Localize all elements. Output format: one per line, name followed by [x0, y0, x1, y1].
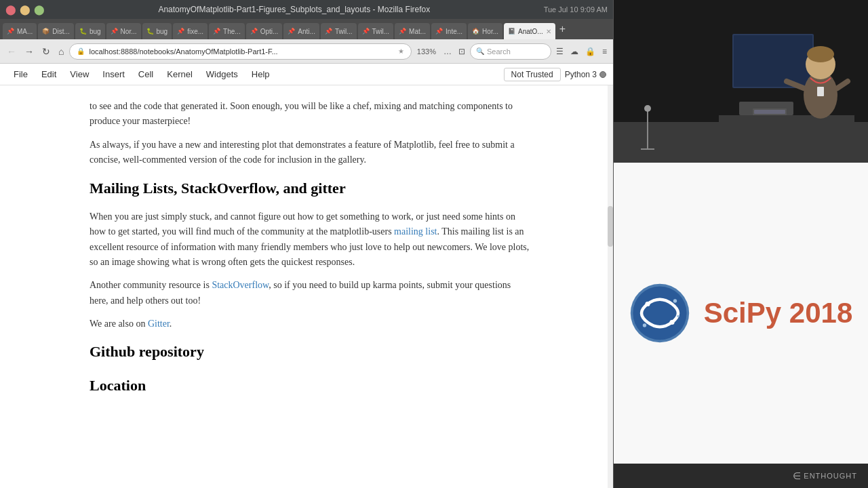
section-location-title: Location	[90, 373, 530, 397]
bookmark-button[interactable]: …	[441, 45, 454, 58]
kernel-label: Python 3	[565, 70, 597, 79]
video-area	[614, 0, 868, 163]
scrollbar[interactable]	[608, 85, 613, 488]
tab-close-icon[interactable]: ✕	[546, 28, 551, 35]
mailing-list-link[interactable]: mailing list	[394, 226, 437, 237]
svg-point-18	[645, 302, 650, 306]
speaker-figure	[719, 14, 854, 149]
tab-10[interactable]: 📌Twil...	[321, 23, 357, 39]
tab-12[interactable]: 📌Mat...	[395, 23, 430, 39]
new-tab-button[interactable]: +	[557, 23, 568, 35]
enthought-e-symbol: ∈	[793, 470, 801, 481]
tab-13[interactable]: 📌Inte...	[431, 23, 467, 39]
browser-window: ⬤ ⬤ ⬤ AnatomyOfMatplotlib-Part1-Figures_…	[0, 0, 614, 488]
svg-point-14	[644, 105, 651, 112]
menu-edit[interactable]: Edit	[35, 66, 63, 82]
forward-button[interactable]: →	[22, 45, 37, 58]
tab-1[interactable]: 📌MA...	[3, 23, 37, 39]
menu-cell[interactable]: Cell	[132, 66, 160, 82]
microphone-stand	[634, 102, 661, 156]
enthought-footer: ∈ ENTHOUGHT	[614, 464, 868, 488]
scipy-branding-text: SciPy 2018	[704, 297, 853, 329]
tab-9[interactable]: 📌Anti...	[283, 23, 319, 39]
notebook-area[interactable]: to see and the code that generated it. S…	[0, 85, 613, 488]
scrollbar-thumb[interactable]	[608, 206, 613, 247]
tab-8[interactable]: 📌Opti...	[246, 23, 283, 39]
menu-view[interactable]: View	[63, 66, 96, 82]
kernel-status-dot	[599, 71, 606, 78]
enthought-logo: ∈ ENTHOUGHT	[793, 470, 857, 481]
mailing-paragraph-2: Another community resource is StackOverf…	[90, 278, 530, 308]
sync-button[interactable]: ☁	[568, 45, 580, 58]
tabbar: 📌MA... 📦Dist... 🐛bug 📌Nor... 🐛bug 📌fixe.…	[0, 19, 613, 39]
svg-point-9	[807, 46, 834, 62]
gallery-paragraph: As always, if you have a new and interes…	[90, 138, 530, 168]
tab-2[interactable]: 📦Dist...	[38, 23, 74, 39]
menu-button[interactable]: ≡	[600, 45, 609, 58]
reload-button[interactable]: ↻	[39, 45, 53, 58]
back-button[interactable]: ←	[4, 45, 19, 58]
pocket-button[interactable]: ⊡	[456, 45, 467, 58]
window-title: AnatomyOfMatplotlib-Part1-Figures_Subplo…	[50, 5, 538, 14]
kernel-indicator: Python 3	[565, 70, 606, 79]
mailing-paragraph-3: We are also on Gitter.	[90, 317, 530, 331]
svg-rect-2	[734, 35, 812, 87]
svg-point-19	[669, 320, 674, 325]
stackoverflow-link[interactable]: StackOverflow	[212, 280, 269, 290]
navbar: ← → ↻ ⌂ 🔒 localhost:8888/notebooks/Anato…	[0, 39, 613, 64]
menu-help[interactable]: Help	[245, 66, 277, 82]
svg-rect-3	[719, 115, 854, 149]
secure-button[interactable]: 🔒	[583, 45, 597, 58]
menu-insert[interactable]: Insert	[96, 66, 132, 82]
zoom-indicator: 133%	[414, 47, 439, 56]
section-mailing-title: Mailing Lists, StackOverflow, and gitter	[90, 176, 530, 200]
menu-widgets[interactable]: Widgets	[199, 66, 245, 82]
right-panel: SciPy 2018 ∈ ENTHOUGHT	[614, 0, 868, 488]
svg-rect-12	[817, 87, 824, 96]
system-time: Tue Jul 10 9:09 AM	[544, 5, 608, 14]
tab-6[interactable]: 📌fixe...	[173, 23, 208, 39]
trust-button[interactable]: Not Trusted	[504, 68, 561, 81]
jupyter-menubar: File Edit View Insert Cell Kernel Widget…	[0, 64, 613, 85]
tab-11[interactable]: 📌Twil...	[358, 23, 394, 39]
titlebar: ⬤ ⬤ ⬤ AnatomyOfMatplotlib-Part1-Figures_…	[0, 0, 613, 19]
reader-button[interactable]: ☰	[554, 45, 566, 58]
svg-point-21	[643, 323, 646, 327]
svg-point-20	[673, 299, 677, 302]
tab-14[interactable]: 🏠Hor...	[468, 23, 502, 39]
tab-5[interactable]: 🐛bug	[142, 23, 172, 39]
svg-rect-6	[754, 110, 785, 114]
menu-file[interactable]: File	[7, 66, 35, 82]
notebook-cell-content: to see and the code that generated it. S…	[90, 99, 530, 397]
mailing-paragraph-1: When you are just simply stuck, and cann…	[90, 209, 530, 270]
system-tray: Tue Jul 10 9:09 AM	[544, 5, 608, 14]
section-github-title: Github repository	[90, 340, 530, 363]
scipy-logo	[629, 283, 690, 344]
tab-4[interactable]: 📌Nor...	[106, 23, 141, 39]
address-text: localhost:8888/notebooks/AnatomyOfMatplo…	[89, 47, 393, 56]
tab-active[interactable]: 📓AnatO... ✕	[504, 23, 555, 39]
tab-3[interactable]: 🐛bug	[75, 23, 105, 39]
branding-area: SciPy 2018	[614, 163, 868, 464]
svg-point-22	[677, 315, 679, 318]
search-text: Search	[487, 47, 511, 56]
search-bar[interactable]: 🔍 Search	[470, 43, 551, 60]
tab-7[interactable]: 📌The...	[209, 23, 245, 39]
enthought-name: ENTHOUGHT	[804, 472, 857, 480]
gitter-link[interactable]: Gitter	[148, 319, 170, 329]
address-bar[interactable]: 🔒 localhost:8888/notebooks/AnatomyOfMatp…	[69, 43, 411, 60]
home-button[interactable]: ⌂	[56, 45, 66, 58]
menu-kernel[interactable]: Kernel	[160, 66, 199, 82]
intro-paragraph: to see and the code that generated it. S…	[90, 99, 530, 129]
